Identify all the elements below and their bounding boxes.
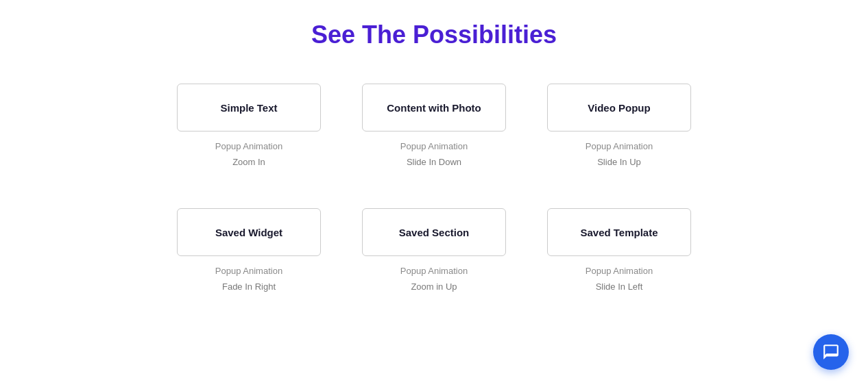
page-title: See The Possibilities bbox=[27, 21, 841, 49]
popup-animation-label-video-popup: Popup Animation bbox=[586, 141, 653, 151]
animation-value-saved-template: Slide In Left bbox=[596, 281, 643, 292]
popup-animation-label-saved-widget: Popup Animation bbox=[215, 266, 282, 276]
card-title-saved-template: Saved Template bbox=[580, 227, 658, 238]
card-content-with-photo[interactable]: Content with Photo bbox=[362, 84, 506, 131]
cards-row-row2: Saved WidgetPopup AnimationFade In Right… bbox=[27, 208, 841, 292]
card-simple-text[interactable]: Simple Text bbox=[177, 84, 321, 131]
card-saved-section[interactable]: Saved Section bbox=[362, 208, 506, 256]
card-wrapper-saved-template: Saved TemplatePopup AnimationSlide In Le… bbox=[547, 208, 691, 292]
card-title-simple-text: Simple Text bbox=[220, 102, 277, 114]
popup-animation-label-simple-text: Popup Animation bbox=[215, 141, 282, 151]
popup-animation-label-saved-section: Popup Animation bbox=[400, 266, 468, 276]
animation-value-content-with-photo: Slide In Down bbox=[407, 157, 461, 167]
popup-animation-label-saved-template: Popup Animation bbox=[586, 266, 653, 276]
card-title-content-with-photo: Content with Photo bbox=[387, 102, 481, 114]
card-video-popup[interactable]: Video Popup bbox=[547, 84, 691, 131]
card-wrapper-video-popup: Video PopupPopup AnimationSlide In Up bbox=[547, 84, 691, 167]
card-wrapper-saved-widget: Saved WidgetPopup AnimationFade In Right bbox=[177, 208, 321, 292]
animation-value-simple-text: Zoom In bbox=[232, 157, 265, 167]
page-container: See The Possibilities Simple TextPopup A… bbox=[0, 0, 868, 360]
chat-button[interactable] bbox=[813, 334, 849, 370]
card-wrapper-saved-section: Saved SectionPopup AnimationZoom in Up bbox=[362, 208, 506, 292]
cards-row-row1: Simple TextPopup AnimationZoom InContent… bbox=[27, 84, 841, 167]
animation-value-video-popup: Slide In Up bbox=[597, 157, 641, 167]
card-wrapper-content-with-photo: Content with PhotoPopup AnimationSlide I… bbox=[362, 84, 506, 167]
animation-value-saved-widget: Fade In Right bbox=[222, 281, 276, 292]
popup-animation-label-content-with-photo: Popup Animation bbox=[400, 141, 468, 151]
card-saved-widget[interactable]: Saved Widget bbox=[177, 208, 321, 256]
card-title-saved-widget: Saved Widget bbox=[215, 227, 282, 238]
card-wrapper-simple-text: Simple TextPopup AnimationZoom In bbox=[177, 84, 321, 167]
card-title-video-popup: Video Popup bbox=[588, 102, 650, 114]
cards-section: Simple TextPopup AnimationZoom InContent… bbox=[27, 84, 841, 292]
card-saved-template[interactable]: Saved Template bbox=[547, 208, 691, 256]
animation-value-saved-section: Zoom in Up bbox=[411, 281, 457, 292]
card-title-saved-section: Saved Section bbox=[399, 227, 470, 238]
chat-icon bbox=[822, 343, 840, 361]
